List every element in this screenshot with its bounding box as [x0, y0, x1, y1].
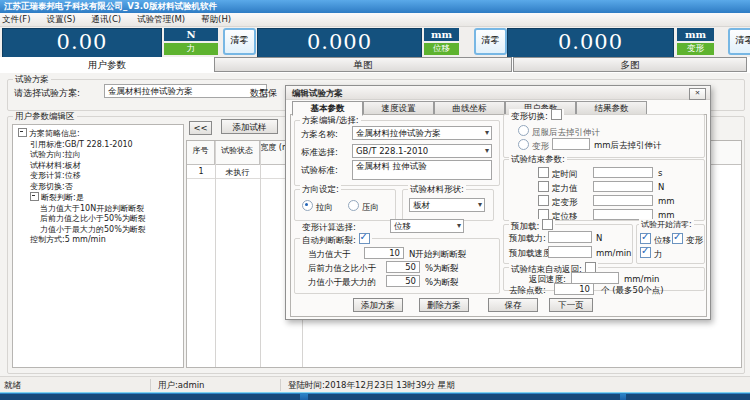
deform-calc-combo[interactable]: 位移: [390, 219, 464, 233]
delete-plan-button[interactable]: 删除方案: [419, 298, 469, 312]
test-end-legend: 试验结束参数:: [509, 154, 567, 166]
collapse-icon[interactable]: [18, 128, 27, 137]
displacement-clear-button[interactable]: 清零: [474, 28, 507, 55]
tree-root[interactable]: 方案简略信息:: [16, 128, 183, 140]
remove-points-input[interactable]: 10: [554, 283, 594, 295]
save-button[interactable]: 保存: [488, 298, 538, 312]
dialog-tab-curve[interactable]: 曲线坐标: [434, 101, 505, 115]
plan-summary-tree-panel: 方案简略信息: 引用标准:GB/T 228.1-2010 试验方向:拉向 试样材…: [12, 124, 184, 368]
break-row3-pre: 力值小于最大力的: [308, 277, 376, 289]
tree-item[interactable]: 当力值大于10N开始判断断裂: [16, 204, 183, 215]
tree-item[interactable]: 试验方向:拉向: [16, 150, 183, 161]
app-window: 江苏正瑞泰邦电子科技有限公司_V3.0版材料试验机软件 文件(F) 设置(S) …: [0, 0, 750, 400]
dialog-tab-speed[interactable]: 速度设置: [363, 101, 434, 115]
menu-item-comm[interactable]: 通讯(C): [92, 14, 122, 26]
radio-icon: [302, 200, 313, 211]
preload-checkbox[interactable]: [542, 219, 553, 230]
status-ready: 就绪: [4, 380, 21, 392]
edit-plan-dialog: 编辑试验方案 ✕ 基本参数 速度设置 曲线坐标 用户参数 结果参数 方案编辑/选…: [285, 85, 711, 320]
auto-break-checkbox[interactable]: [359, 233, 370, 244]
deformation-clear-button[interactable]: 清零: [728, 28, 750, 55]
zero-deformation[interactable]: 变形: [672, 233, 703, 247]
col-header-no[interactable]: 序号: [187, 141, 215, 164]
menu-item-test-manage[interactable]: 试验管理(M): [137, 14, 185, 26]
tree-item[interactable]: 引用标准:GB/T 228.1-2010: [16, 140, 183, 151]
deform-switch-value-input[interactable]: [552, 138, 590, 150]
displacement-display: 0.000: [257, 28, 422, 58]
remove-points-suffix: 个 (最多50个点): [601, 285, 664, 297]
force-display: 0.00: [2, 28, 162, 58]
title-bar[interactable]: 江苏正瑞泰邦电子科技有限公司_V3.0版材料试验机软件: [0, 0, 750, 13]
radio-after-deform[interactable]: 变形: [518, 139, 549, 153]
taskbar-window-button[interactable]: [626, 394, 750, 400]
deform-switch-legend: 变形切换:: [509, 109, 564, 123]
zero-force-checkbox: [640, 247, 651, 258]
break-force-input[interactable]: 10: [364, 247, 404, 259]
plan-select-combo[interactable]: 金属材料拉伸试验方案: [104, 84, 267, 98]
tree-item[interactable]: 变形切换:否: [16, 182, 183, 193]
end-force-input[interactable]: [593, 181, 653, 192]
tree-item[interactable]: 试样材料:板材: [16, 161, 183, 172]
displacement-unit: mm: [424, 28, 459, 41]
col-header-status[interactable]: 试验状态: [215, 141, 260, 164]
end-deform-row: 定变形: [538, 195, 577, 209]
end-deform-unit: mm: [658, 196, 675, 206]
plan-select-label: 请选择试验方案:: [14, 87, 80, 100]
menu-item-help[interactable]: 帮助(H): [201, 14, 231, 26]
add-sample-button[interactable]: 添加试样: [221, 119, 278, 134]
taskbar[interactable]: [0, 392, 750, 400]
dialog-tab-basic[interactable]: 基本参数: [292, 101, 363, 116]
user-param-edit-legend: 用户参数编辑区: [13, 111, 77, 123]
break-row1-pre: 当力值大于: [308, 249, 351, 261]
tab-user-params[interactable]: 用户参数: [0, 57, 214, 72]
dialog-tab-result[interactable]: 结果参数: [576, 101, 647, 115]
app-title: 江苏正瑞泰邦电子科技有限公司_V3.0版材料试验机软件: [4, 1, 217, 11]
taskbar-window-button[interactable]: [308, 394, 620, 400]
tree-branch[interactable]: 断裂判断:是: [16, 192, 183, 204]
preload-force-input[interactable]: [548, 231, 592, 243]
deformation-unit: mm: [677, 28, 714, 41]
end-deform-checkbox[interactable]: [538, 195, 549, 206]
break-row1-post: N开始判断断裂: [409, 249, 466, 261]
tree-item[interactable]: 变形计算:位移: [16, 171, 183, 182]
status-login-time: 登陆时间:2018年12月23日 13时39分 星期: [288, 380, 455, 392]
tree-item[interactable]: 控制方式:5 mm/min: [16, 235, 183, 246]
close-icon[interactable]: ✕: [689, 88, 706, 100]
tab-single-plot[interactable]: 单图: [214, 57, 512, 72]
tab-multi-plot[interactable]: 多图: [513, 57, 747, 72]
force-clear-button[interactable]: 清零: [223, 28, 256, 55]
break-maxpct-input[interactable]: 50: [386, 275, 420, 287]
end-deform-input[interactable]: [593, 195, 653, 206]
status-separator: [280, 379, 281, 391]
dialog-title-bar[interactable]: 编辑试验方案: [286, 86, 710, 100]
plan-name-label: 方案名称:: [301, 129, 338, 141]
break-row2-post: %为断裂: [425, 263, 459, 275]
end-time-input[interactable]: [593, 167, 653, 178]
deform-switch-checkbox[interactable]: [551, 109, 562, 120]
standard-select-combo[interactable]: GB/T 228.1-2010: [352, 144, 492, 158]
add-plan-button[interactable]: 添加方案: [353, 298, 403, 312]
end-force-checkbox[interactable]: [538, 181, 549, 192]
break-ratio-input[interactable]: 50: [386, 261, 420, 273]
test-standard-input[interactable]: 金属材料 拉伸试验: [352, 160, 492, 180]
collapse-panel-button[interactable]: <<: [189, 121, 212, 135]
radio-compression[interactable]: 压向: [348, 200, 379, 214]
taskbar-window-button[interactable]: [0, 394, 300, 400]
zero-force[interactable]: 力: [640, 247, 662, 261]
remove-points-label: 去除点数:: [509, 285, 546, 297]
menu-item-settings[interactable]: 设置(S): [47, 14, 76, 26]
dialog-title: 编辑试验方案: [292, 88, 343, 98]
material-shape-combo[interactable]: 板材: [409, 198, 485, 212]
end-force-unit: N: [658, 182, 664, 192]
next-page-button[interactable]: 下一页: [549, 298, 593, 312]
plan-summary-tree[interactable]: 方案简略信息: 引用标准:GB/T 228.1-2010 试验方向:拉向 试样材…: [13, 125, 183, 246]
tree-item[interactable]: 力值小于最大力的50%为断裂: [16, 225, 183, 236]
preload-speed-input[interactable]: [548, 246, 592, 258]
collapse-icon[interactable]: [30, 192, 39, 201]
radio-tension[interactable]: 拉向: [302, 200, 333, 214]
end-time-checkbox[interactable]: [538, 167, 549, 178]
plan-name-combo[interactable]: 金属材料拉伸试验方案: [352, 126, 492, 140]
menu-item-file[interactable]: 文件(F): [2, 14, 31, 26]
radio-after-yield[interactable]: 屈服后去掉引伸计: [518, 125, 600, 139]
tree-item[interactable]: 后前力值之比小于50%为断裂: [16, 214, 183, 225]
